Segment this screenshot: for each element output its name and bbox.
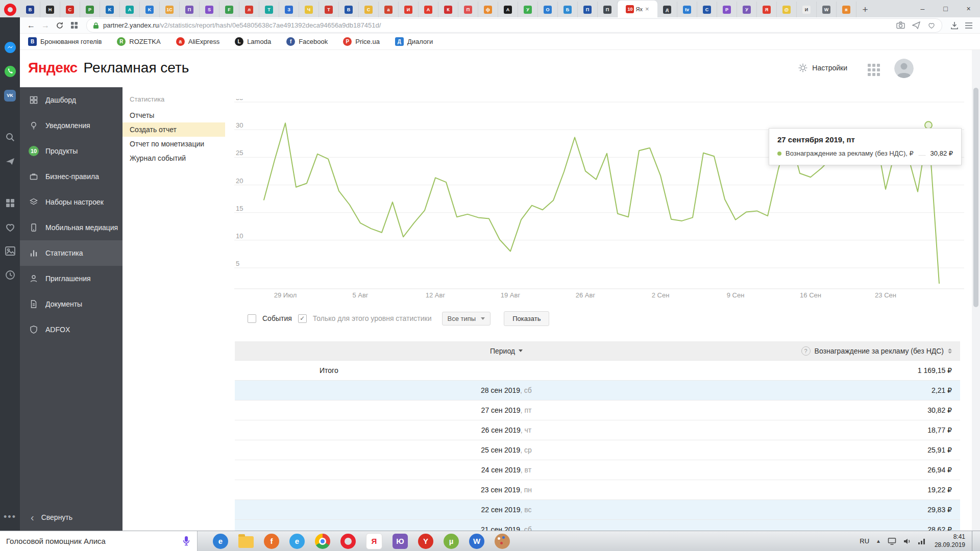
back-button[interactable]: ← <box>24 18 38 33</box>
user-avatar[interactable] <box>894 59 914 78</box>
browser-tab[interactable]: P <box>717 2 737 17</box>
sidebar-item-statistics[interactable]: Статистика <box>20 240 122 266</box>
taskbar-app-paint[interactable] <box>495 534 510 549</box>
reload-button[interactable] <box>53 18 67 33</box>
period-header[interactable]: Период <box>235 347 778 355</box>
taskbar-app-chrome[interactable] <box>315 534 330 549</box>
sidebar-item-notifications[interactable]: Уведомления <box>20 113 122 138</box>
browser-tab[interactable]: @ <box>777 2 797 17</box>
flow-send-icon[interactable] <box>912 21 920 29</box>
browser-tab[interactable]: K <box>100 2 120 17</box>
scrollbar-thumb[interactable] <box>973 88 978 307</box>
taskbar-app-firefox[interactable]: f <box>264 534 279 549</box>
browser-tab[interactable]: S <box>200 2 219 17</box>
browser-tab[interactable]: П <box>578 2 598 17</box>
browser-tab[interactable]: П <box>458 2 478 17</box>
sidebar-item-mobile-mediation[interactable]: Мобильная медиация <box>20 215 122 240</box>
snapshot-camera-icon[interactable] <box>896 21 905 29</box>
scrollbar[interactable] <box>972 50 980 531</box>
whatsapp-icon[interactable] <box>4 65 17 78</box>
language-indicator[interactable]: RU <box>860 537 869 545</box>
url-text[interactable]: partner2.yandex.ru/v2/statistics/report/… <box>103 21 896 29</box>
browser-tab[interactable]: а <box>379 2 399 17</box>
tab-close-icon[interactable]: × <box>645 5 649 13</box>
taskbar-app-opera[interactable] <box>340 534 356 549</box>
only-level-checkbox[interactable]: ✓ <box>298 314 307 323</box>
taskbar-app-edge[interactable]: e <box>213 534 228 549</box>
table-row[interactable]: 24 сен 2019, вт26,94 ₽ <box>235 460 960 480</box>
browser-tab[interactable]: H <box>40 2 60 17</box>
bookmark-item[interactable]: PPrice.ua <box>343 37 380 46</box>
event-types-select[interactable]: Все типы <box>442 312 491 325</box>
subnav-item-events-log[interactable]: Журнал событий <box>122 151 225 165</box>
browser-tab[interactable]: А <box>419 2 438 17</box>
microphone-icon[interactable] <box>182 535 191 547</box>
browser-tab[interactable]: C <box>359 2 379 17</box>
table-row[interactable]: 23 сен 2019, пн19,22 ₽ <box>235 480 960 499</box>
settings-button[interactable]: Настройки <box>798 63 847 73</box>
taskbar-app-yandex-browser[interactable]: Я <box>366 533 382 549</box>
browser-tab[interactable]: У <box>737 2 757 17</box>
table-row[interactable]: 26 сен 2019, чт18,77 ₽ <box>235 420 960 440</box>
browser-tab[interactable]: K <box>140 2 160 17</box>
new-tab-button[interactable]: + <box>856 2 874 17</box>
browser-tab[interactable]: A <box>498 2 518 17</box>
browser-tab[interactable]: И <box>399 2 419 17</box>
download-icon[interactable] <box>947 18 962 33</box>
browser-tab[interactable]: T <box>259 2 279 17</box>
browser-tab[interactable]: P <box>80 2 100 17</box>
messenger-icon[interactable] <box>4 41 17 54</box>
sidebar-item-settings-sets[interactable]: Наборы настроек <box>20 189 122 215</box>
events-checkbox[interactable] <box>248 314 256 323</box>
services-grid-icon[interactable] <box>868 64 880 76</box>
browser-tab[interactable]: Б <box>558 2 578 17</box>
panels-menu-icon[interactable] <box>962 18 976 33</box>
subnav-item-create-report[interactable]: Создать отчет <box>122 122 225 137</box>
alice-search-box[interactable]: Голосовой помощник Алиса <box>0 531 198 551</box>
taskbar-app-utorrent[interactable]: µ <box>444 534 459 549</box>
browser-tab[interactable]: ф <box>478 2 498 17</box>
taskbar-clock[interactable]: 8:41 28.09.2019 <box>935 533 965 549</box>
search-icon[interactable] <box>4 131 17 144</box>
browser-tab[interactable]: A <box>120 2 140 17</box>
table-row[interactable]: 22 сен 2019, вс29,83 ₽ <box>235 499 960 519</box>
show-desktop-button[interactable] <box>972 531 975 551</box>
subnav-item-monetization-report[interactable]: Отчет по монетизации <box>122 137 225 151</box>
bookmarks-heart-icon[interactable] <box>4 220 17 234</box>
sidebar-item-adfox[interactable]: ADFOX <box>20 317 122 342</box>
sidebar-more-icon[interactable]: ••• <box>4 512 16 522</box>
browser-tab[interactable]: У <box>518 2 538 17</box>
browser-tab[interactable]: W <box>817 2 837 17</box>
speed-dial-grid-icon[interactable] <box>4 196 17 210</box>
browser-tab[interactable]: C <box>697 2 717 17</box>
browser-tab[interactable]: F <box>219 2 239 17</box>
maximize-button[interactable]: □ <box>934 0 957 17</box>
display-icon[interactable] <box>888 537 896 545</box>
browser-tab[interactable]: П <box>180 2 200 17</box>
taskbar-app-file-explorer[interactable] <box>238 536 254 548</box>
browser-tab[interactable]: З <box>279 2 299 17</box>
volume-icon[interactable] <box>903 537 911 545</box>
browser-tab[interactable]: П <box>598 2 618 17</box>
bookmark-item[interactable]: BБронювання готелів <box>28 37 102 46</box>
value-header[interactable]: ? Вознаграждение за рекламу (без НДС) <box>778 346 960 356</box>
taskbar-app-internet-explorer[interactable]: e <box>289 534 305 549</box>
forward-button[interactable]: → <box>38 18 53 33</box>
history-icon[interactable] <box>4 268 17 282</box>
sidebar-item-products[interactable]: 10Продукты <box>20 138 122 164</box>
browser-tab[interactable]: Я <box>757 2 777 17</box>
browser-tab[interactable]: 1C <box>160 2 180 17</box>
browser-tab[interactable]: C <box>60 2 80 17</box>
bookmark-item[interactable]: ДДиалоги <box>395 37 433 46</box>
browser-tab[interactable]: B <box>20 2 40 17</box>
pinboards-icon[interactable] <box>4 244 17 258</box>
browser-tab[interactable]: Т <box>319 2 339 17</box>
sidebar-collapse-button[interactable]: ‹ Свернуть <box>20 506 122 529</box>
browser-tab[interactable]: tv <box>677 2 697 17</box>
browser-tab[interactable]: К <box>438 2 458 17</box>
browser-tab[interactable]: д <box>657 2 677 17</box>
subnav-item-reports[interactable]: Отчеты <box>122 108 225 122</box>
opera-menu-button[interactable] <box>4 4 16 16</box>
browser-tab[interactable]: И <box>797 2 817 17</box>
bookmark-item[interactable]: aAliExpress <box>176 37 219 46</box>
